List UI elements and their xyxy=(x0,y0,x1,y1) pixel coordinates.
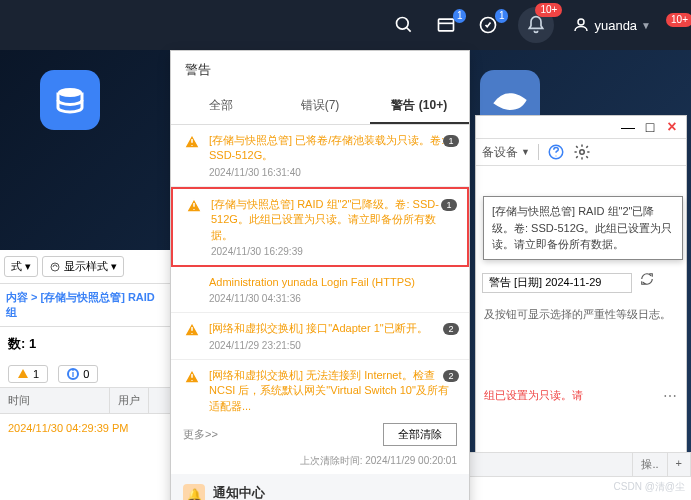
maximize-button[interactable]: □ xyxy=(642,119,658,135)
notification-item[interactable]: [存储与快照总管] 已将卷/存储池装载为只读。卷: SSD-512G。 2024… xyxy=(171,125,469,187)
notifications-button[interactable]: 10+ xyxy=(518,7,554,43)
tab-warning[interactable]: 警告 (10+) xyxy=(370,89,469,124)
notification-time: 2024/11/29 23:21:50 xyxy=(209,340,457,351)
col-time[interactable]: 时间 xyxy=(0,388,110,413)
chevron-down-icon: ▼ xyxy=(641,20,651,31)
svg-rect-2 xyxy=(439,19,454,31)
notification-text: Administration yunada Login Fail (HTTPS) xyxy=(209,275,457,290)
notification-text: [网络和虚拟交换机] 接口"Adapter 1"已断开。 xyxy=(209,321,457,336)
warning-filter-badge[interactable]: 1 xyxy=(8,365,48,383)
watermark: CSDN @清@尘 xyxy=(614,480,685,494)
username-label: yuanda xyxy=(594,18,637,33)
table-row-time[interactable]: 2024/11/30 04:29:39 PM xyxy=(0,414,170,442)
svg-point-0 xyxy=(397,18,409,30)
warning-icon xyxy=(183,368,201,386)
top-bar: 1 1 10+ yuanda ▼ 10+ xyxy=(0,0,691,50)
warning-icon xyxy=(183,321,201,339)
svg-point-12 xyxy=(51,263,59,271)
more-badge: 10+ xyxy=(666,13,691,27)
display-style-button[interactable]: 显示样式 ▾ xyxy=(42,256,124,277)
notification-time: 2024/11/30 16:31:40 xyxy=(209,167,457,178)
tasks-button[interactable]: 1 xyxy=(476,13,500,37)
col-add[interactable]: + xyxy=(668,453,691,476)
log-row-text: 组已设置为只读。请 xyxy=(484,388,583,403)
refresh-icon[interactable] xyxy=(640,272,654,286)
svg-line-1 xyxy=(407,28,411,32)
device-dropdown[interactable]: 备设备 ▼ xyxy=(482,144,530,161)
notification-time: 2024/11/30 04:31:36 xyxy=(209,293,457,304)
breadcrumb[interactable]: 内容 > [存储与快照总管] RAID 组 xyxy=(0,284,170,327)
more-menu[interactable]: 10+ xyxy=(669,17,685,33)
col-operation[interactable]: 操.. xyxy=(633,453,667,476)
tab-all[interactable]: 全部 xyxy=(171,89,270,124)
notifications-badge: 10+ xyxy=(535,3,562,17)
col-user[interactable]: 用户 xyxy=(110,388,149,413)
notification-time: 2024/11/30 16:29:39 xyxy=(211,246,455,257)
tooltip: [存储与快照总管] RAID 组"2"已降级。卷: SSD-512G。此组已设置… xyxy=(483,196,683,260)
user-menu[interactable]: yuanda ▼ xyxy=(572,16,651,34)
hint-text: 及按钮可显示选择的严重性等级日志。 xyxy=(476,299,686,330)
search-button[interactable] xyxy=(392,13,416,37)
filter-button[interactable]: 式 ▾ xyxy=(4,256,38,277)
notifications-title: 警告 xyxy=(171,51,469,89)
notification-count-badge: 2 xyxy=(443,323,459,335)
minimize-button[interactable]: — xyxy=(620,119,636,135)
count-label: 数: 1 xyxy=(0,327,170,361)
row-menu-icon[interactable]: ⋯ xyxy=(663,388,678,404)
notification-count-badge: 2 xyxy=(443,370,459,382)
notification-item-highlighted[interactable]: [存储与快照总管] RAID 组"2"已降级。卷: SSD-512G。此组已设置… xyxy=(171,187,469,267)
notification-count-badge: 1 xyxy=(443,135,459,147)
warning-icon xyxy=(183,133,201,151)
info-icon: i xyxy=(67,368,79,380)
notifications-panel: 警告 全部 错误(7) 警告 (10+) [存储与快照总管] 已将卷/存储池装载… xyxy=(170,50,470,500)
log-window: — □ × 备设备 ▼ 及按钮可显示选择的严重性等级日志。 组已设置为只读。请 … xyxy=(475,115,687,500)
notification-item[interactable]: [网络和虚拟交换机] 接口"Adapter 1"已断开。 2024/11/29 … xyxy=(171,313,469,359)
filter-input[interactable] xyxy=(482,273,632,293)
notification-count-badge: 1 xyxy=(441,199,457,211)
dashboard-button[interactable]: 1 xyxy=(434,13,458,37)
gear-icon[interactable] xyxy=(573,143,591,161)
close-button[interactable]: × xyxy=(664,119,680,135)
notification-text: [存储与快照总管] 已将卷/存储池装载为只读。卷: SSD-512G。 xyxy=(209,133,457,164)
notification-tabs: 全部 错误(7) 警告 (10+) xyxy=(171,89,469,125)
bell-icon: 🔔 xyxy=(183,484,205,500)
help-icon[interactable] xyxy=(547,143,565,161)
notification-center-title: 通知中心 xyxy=(213,484,356,500)
svg-point-9 xyxy=(58,88,82,97)
warning-icon xyxy=(17,368,29,380)
notification-item[interactable]: [网络和虚拟交换机] 无法连接到 Internet。检查 NCSI 后，系统默认… xyxy=(171,360,469,415)
left-panel: 式 ▾ 显示样式 ▾ 内容 > [存储与快照总管] RAID 组 数: 1 1 … xyxy=(0,250,170,500)
warning-icon xyxy=(185,197,203,215)
notification-list: [存储与快照总管] 已将卷/存储池装载为只读。卷: SSD-512G。 2024… xyxy=(171,125,469,415)
notification-center-section: 🔔 通知中心 转到通知中心创建通知规则。 xyxy=(171,474,469,500)
clear-all-button[interactable]: 全部清除 xyxy=(383,423,457,446)
tasks-badge: 1 xyxy=(495,9,509,23)
svg-point-5 xyxy=(578,19,584,25)
last-clear-time: 上次清除时间: 2024/11/29 00:20:01 xyxy=(171,454,469,474)
info-filter-badge[interactable]: i 0 xyxy=(58,365,98,383)
more-link[interactable]: 更多>> xyxy=(183,427,218,442)
svg-point-11 xyxy=(580,150,585,155)
notification-text: [存储与快照总管] RAID 组"2"已降级。卷: SSD-512G。此组已设置… xyxy=(211,197,455,243)
notification-item[interactable]: Administration yunada Login Fail (HTTPS)… xyxy=(171,267,469,313)
notification-text: [网络和虚拟交换机] 无法连接到 Internet。检查 NCSI 后，系统默认… xyxy=(209,368,457,414)
app-icon-storage[interactable] xyxy=(40,70,100,130)
dashboard-badge: 1 xyxy=(453,9,467,23)
tab-error[interactable]: 错误(7) xyxy=(270,89,369,124)
